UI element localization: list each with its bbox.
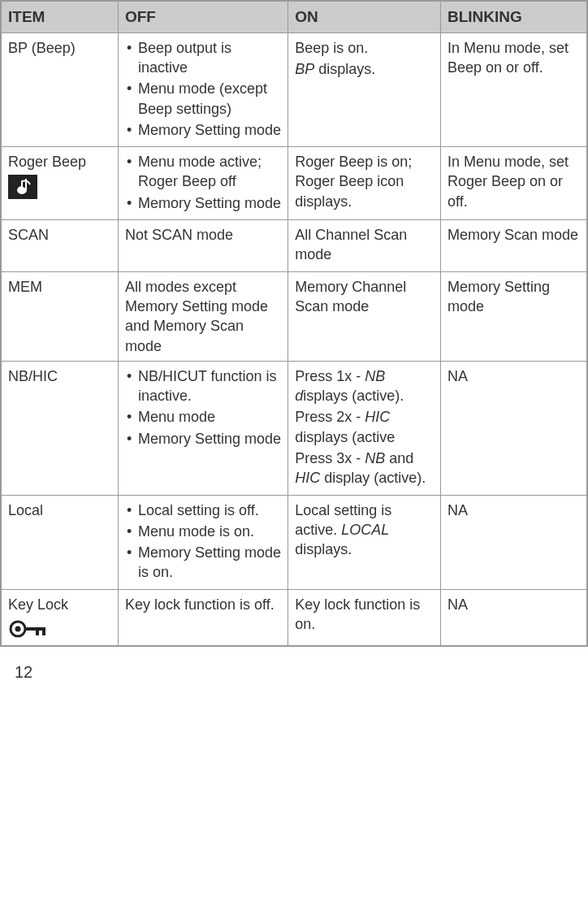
item-cell: Local (1, 495, 118, 589)
off-text: Not SCAN mode (125, 225, 281, 245)
off-cell: Beep output is inactiveMenu mode (except… (118, 33, 288, 146)
svg-rect-5 (36, 627, 39, 635)
on-cell: Memory Channel Scan mode (288, 271, 441, 361)
item-cell: NB/HIC (1, 361, 118, 495)
col-header-off: OFF (118, 1, 288, 33)
t: Beep is on. (295, 40, 368, 56)
t: Key lock function is on. (295, 596, 420, 632)
col-header-on: ON (288, 1, 441, 33)
svg-point-1 (18, 187, 26, 193)
item-cell: Roger Beep (1, 147, 118, 220)
off-cell: Key lock function is off. (118, 589, 288, 646)
table-row: BP (Beep)Beep output is inactiveMenu mod… (1, 33, 587, 146)
on-cell: Press 1x - NB displays (active).Press 2x… (288, 361, 441, 495)
on-cell: Beep is on.BP displays. (288, 33, 441, 146)
off-cell: NB/HICUT function is inactive.Menu modeM… (118, 361, 288, 495)
t: Press 1x - (295, 368, 365, 384)
blinking-cell: NA (440, 361, 587, 495)
t: HIC (365, 409, 390, 425)
item-label: Roger Beep (8, 152, 111, 171)
t: NB (365, 450, 385, 466)
blinking-cell: In Menu mode, set Beep on or off. (440, 33, 587, 146)
table-row: MEMAll modes except Memory Setting mode … (1, 271, 587, 361)
item-label: SCAN (8, 225, 111, 245)
off-cell: Local setting is off.Menu mode is on.Mem… (118, 495, 288, 589)
col-header-item: ITEM (1, 1, 118, 33)
list-item: Menu mode (except Beep settings) (125, 79, 281, 119)
item-cell: MEM (1, 271, 118, 361)
t: displays. (295, 541, 352, 557)
key-lock-icon (8, 618, 50, 640)
t: All Channel Scan mode (295, 227, 407, 262)
table-row: NB/HICNB/HICUT function is inactive.Menu… (1, 361, 587, 495)
blinking-cell: Memory Scan mode (440, 220, 587, 272)
off-text: All modes except Memory Setting mode and… (125, 277, 281, 356)
t: Press 2x - (295, 409, 365, 425)
item-cell: SCAN (1, 220, 118, 272)
off-cell: All modes except Memory Setting mode and… (118, 271, 288, 361)
item-label: Key Lock (8, 595, 111, 614)
t: Roger Beep is on; Roger Beep icon displa… (295, 154, 412, 210)
t: and (385, 450, 413, 466)
item-cell: BP (Beep) (1, 33, 118, 146)
col-header-blinking: BLINKING (440, 1, 587, 33)
list-item: Menu mode (125, 407, 281, 427)
item-label: BP (Beep) (8, 38, 111, 58)
list-item: Memory Setting mode (125, 429, 281, 449)
t: LOCAL (341, 522, 389, 538)
table-row: Key LockKey lock function is off.Key loc… (1, 589, 587, 646)
list-item: Memory Setting mode (125, 120, 281, 140)
list-item: Memory Setting mode (125, 193, 281, 213)
t: BP (295, 61, 314, 77)
svg-rect-6 (42, 627, 45, 635)
t: isplays (active). (303, 388, 404, 404)
on-cell: All Channel Scan mode (288, 220, 441, 272)
svg-point-3 (15, 626, 21, 632)
t: Memory Channel Scan mode (295, 279, 406, 314)
list-item: Menu mode active; Roger Beep off (125, 152, 281, 192)
list-item: NB/HICUT function is inactive. (125, 366, 281, 406)
item-label: Local (8, 501, 111, 520)
reference-table: ITEM OFF ON BLINKING BP (Beep)Beep outpu… (0, 0, 588, 647)
off-text: Key lock function is off. (125, 595, 281, 614)
table-row: SCANNot SCAN modeAll Channel Scan modeMe… (1, 220, 587, 272)
off-cell: Not SCAN mode (118, 220, 288, 272)
list-item: Local setting is off. (125, 501, 281, 520)
t: displays (active (295, 429, 395, 445)
blinking-cell: NA (440, 495, 587, 589)
list-item: Beep output is inactive (125, 38, 281, 78)
item-label: NB/HIC (8, 366, 111, 386)
page-number: 12 (0, 647, 588, 682)
off-cell: Menu mode active; Roger Beep offMemory S… (118, 147, 288, 220)
blinking-cell: NA (440, 589, 587, 646)
list-item: Menu mode is on. (125, 522, 281, 541)
item-label: MEM (8, 277, 111, 297)
t: HIC (295, 470, 320, 486)
t: Press 3x - (295, 450, 365, 466)
on-cell: Roger Beep is on; Roger Beep icon displa… (288, 147, 441, 220)
item-cell: Key Lock (1, 589, 118, 646)
on-cell: Key lock function is on. (288, 589, 441, 646)
t: displays. (314, 61, 375, 77)
music-note-icon (8, 175, 37, 199)
blinking-cell: Memory Setting mode (440, 271, 587, 361)
on-cell: Local setting is active. LOCAL displays. (288, 495, 441, 589)
t: display (active). (320, 470, 426, 486)
list-item: Memory Setting mode is on. (125, 543, 281, 583)
blinking-cell: In Menu mode, set Roger Beep on or off. (440, 147, 587, 220)
table-row: LocalLocal setting is off.Menu mode is o… (1, 495, 587, 589)
table-row: Roger BeepMenu mode active; Roger Beep o… (1, 147, 587, 220)
